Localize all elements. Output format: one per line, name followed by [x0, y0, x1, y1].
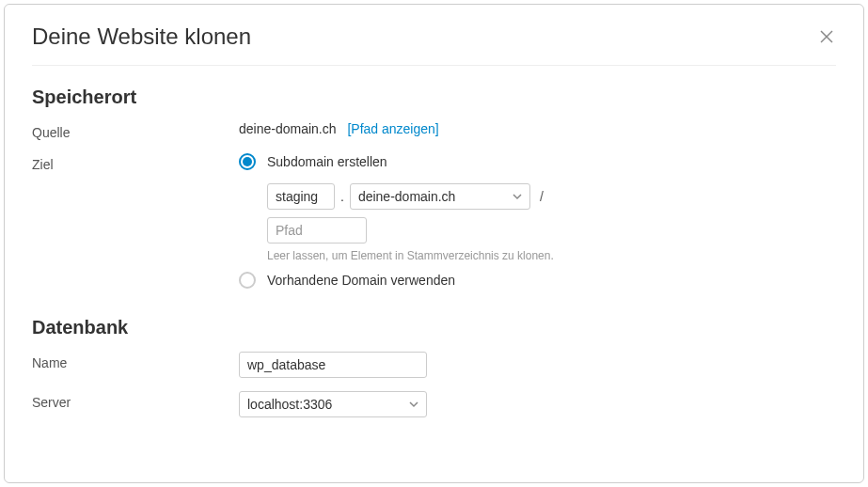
chevron-down-icon	[409, 397, 418, 412]
chevron-down-icon	[513, 189, 522, 204]
target-value: Subdomain erstellen . deine-domain.ch	[239, 153, 836, 296]
db-name-input[interactable]	[239, 352, 427, 378]
show-path-link[interactable]: [Pfad anzeigen]	[347, 121, 438, 136]
target-label: Ziel	[32, 153, 239, 172]
storage-section-title: Speicherort	[32, 86, 836, 108]
dialog-title: Deine Website klonen	[32, 24, 251, 50]
source-value: deine-domain.ch [Pfad anzeigen]	[239, 121, 836, 136]
source-domain: deine-domain.ch	[239, 121, 337, 136]
database-section: Datenbank Name Server localhost:3306	[32, 317, 836, 417]
path-slash: /	[540, 189, 544, 204]
path-hint: Leer lassen, um Element in Stammverzeich…	[267, 249, 836, 262]
subdomain-input[interactable]	[267, 183, 335, 210]
database-section-title: Datenbank	[32, 317, 836, 338]
radio-option-create-subdomain: Subdomain erstellen	[239, 153, 836, 170]
source-row: Quelle deine-domain.ch [Pfad anzeigen]	[32, 121, 836, 140]
domain-select-value: deine-domain.ch	[358, 189, 456, 204]
db-server-value: localhost:3306	[239, 391, 836, 417]
db-server-label: Server	[32, 391, 239, 410]
dialog-header: Deine Website klonen	[32, 24, 836, 66]
radio-existing-domain-label[interactable]: Vorhandene Domain verwenden	[267, 273, 455, 288]
db-server-row: Server localhost:3306	[32, 391, 836, 417]
close-icon	[820, 30, 833, 43]
radio-create-subdomain-label[interactable]: Subdomain erstellen	[267, 154, 387, 169]
radio-existing-domain[interactable]	[239, 272, 256, 289]
db-name-value	[239, 352, 836, 378]
db-name-label: Name	[32, 352, 239, 370]
radio-create-subdomain[interactable]	[239, 153, 256, 170]
close-button[interactable]	[817, 27, 836, 46]
source-label: Quelle	[32, 121, 239, 140]
clone-dialog: Deine Website klonen Speicherort Quelle …	[4, 4, 864, 483]
dot-separator: .	[340, 189, 344, 204]
target-row: Ziel Subdomain erstellen . deine-domain.…	[32, 153, 836, 296]
subdomain-config: . deine-domain.ch / Leer lassen, um Elem…	[267, 183, 836, 262]
subdomain-inline-group: . deine-domain.ch /	[267, 183, 836, 210]
storage-section: Speicherort Quelle deine-domain.ch [Pfad…	[32, 86, 836, 296]
path-input[interactable]	[267, 217, 367, 244]
domain-select[interactable]: deine-domain.ch	[350, 183, 530, 210]
radio-option-existing-domain: Vorhandene Domain verwenden	[239, 272, 836, 289]
target-radio-group: Subdomain erstellen . deine-domain.ch	[239, 153, 836, 296]
db-name-row: Name	[32, 352, 836, 378]
server-select-value: localhost:3306	[247, 397, 332, 412]
server-select[interactable]: localhost:3306	[239, 391, 427, 417]
